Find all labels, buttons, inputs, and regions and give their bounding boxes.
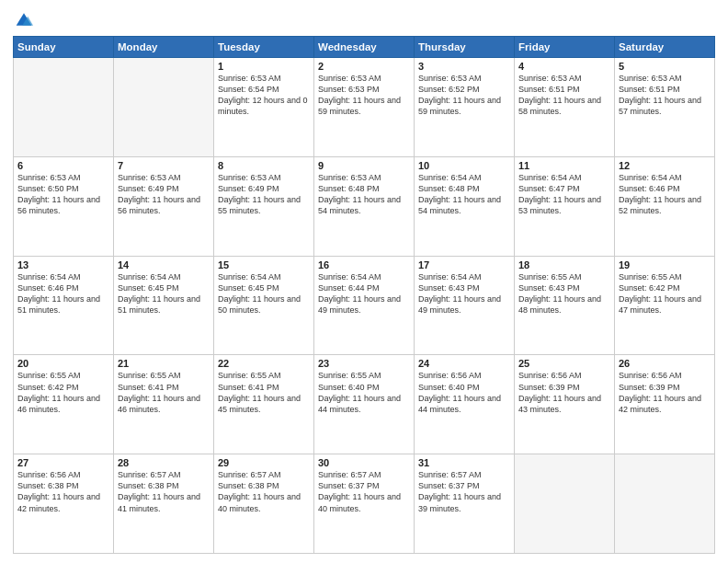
- day-number: 8: [218, 160, 310, 171]
- calendar-cell: 4Sunrise: 6:53 AM Sunset: 6:51 PM Daylig…: [515, 58, 615, 157]
- day-number: 14: [118, 259, 210, 270]
- calendar-cell: 21Sunrise: 6:55 AM Sunset: 6:41 PM Dayli…: [114, 355, 214, 454]
- day-info: Sunrise: 6:57 AM Sunset: 6:38 PM Dayligh…: [218, 469, 310, 514]
- day-number: 6: [17, 160, 109, 171]
- calendar-week-row: 13Sunrise: 6:54 AM Sunset: 6:46 PM Dayli…: [14, 256, 715, 355]
- calendar-cell: 15Sunrise: 6:54 AM Sunset: 6:45 PM Dayli…: [214, 256, 314, 355]
- calendar-cell: 10Sunrise: 6:54 AM Sunset: 6:48 PM Dayli…: [415, 156, 515, 256]
- calendar-cell: 27Sunrise: 6:56 AM Sunset: 6:38 PM Dayli…: [14, 454, 114, 554]
- calendar-cell: 31Sunrise: 6:57 AM Sunset: 6:37 PM Dayli…: [415, 454, 515, 554]
- day-number: 25: [518, 358, 610, 369]
- day-number: 18: [518, 259, 610, 270]
- calendar-cell: 19Sunrise: 6:55 AM Sunset: 6:42 PM Dayli…: [615, 256, 715, 355]
- day-info: Sunrise: 6:56 AM Sunset: 6:39 PM Dayligh…: [518, 370, 610, 415]
- day-of-week-header: Monday: [114, 37, 214, 58]
- calendar-week-row: 6Sunrise: 6:53 AM Sunset: 6:50 PM Daylig…: [14, 156, 715, 256]
- page: SundayMondayTuesdayWednesdayThursdayFrid…: [0, 0, 728, 563]
- day-number: 7: [118, 160, 210, 171]
- calendar-cell: 8Sunrise: 6:53 AM Sunset: 6:49 PM Daylig…: [214, 156, 314, 256]
- calendar-cell: [615, 454, 715, 554]
- day-info: Sunrise: 6:53 AM Sunset: 6:50 PM Dayligh…: [17, 172, 109, 217]
- calendar-body: 1Sunrise: 6:53 AM Sunset: 6:54 PM Daylig…: [14, 58, 715, 554]
- day-info: Sunrise: 6:57 AM Sunset: 6:38 PM Dayligh…: [118, 469, 210, 514]
- day-of-week-header: Wednesday: [314, 37, 415, 58]
- calendar-cell: [515, 454, 615, 554]
- day-number: 22: [218, 358, 310, 369]
- day-info: Sunrise: 6:54 AM Sunset: 6:46 PM Dayligh…: [17, 271, 109, 316]
- day-number: 30: [318, 457, 410, 468]
- day-number: 20: [17, 358, 109, 369]
- day-info: Sunrise: 6:54 AM Sunset: 6:45 PM Dayligh…: [218, 271, 310, 316]
- day-number: 28: [118, 457, 210, 468]
- day-info: Sunrise: 6:54 AM Sunset: 6:48 PM Dayligh…: [418, 172, 510, 217]
- day-info: Sunrise: 6:53 AM Sunset: 6:51 PM Dayligh…: [619, 73, 711, 118]
- day-info: Sunrise: 6:55 AM Sunset: 6:40 PM Dayligh…: [318, 370, 410, 415]
- calendar-cell: 26Sunrise: 6:56 AM Sunset: 6:39 PM Dayli…: [615, 355, 715, 454]
- day-of-week-header: Sunday: [14, 37, 114, 58]
- day-info: Sunrise: 6:57 AM Sunset: 6:37 PM Dayligh…: [318, 469, 410, 514]
- day-info: Sunrise: 6:54 AM Sunset: 6:46 PM Dayligh…: [619, 172, 711, 217]
- day-number: 29: [218, 457, 310, 468]
- day-info: Sunrise: 6:53 AM Sunset: 6:51 PM Dayligh…: [518, 73, 610, 118]
- calendar-cell: 12Sunrise: 6:54 AM Sunset: 6:46 PM Dayli…: [615, 156, 715, 256]
- calendar-cell: 13Sunrise: 6:54 AM Sunset: 6:46 PM Dayli…: [14, 256, 114, 355]
- header: [13, 9, 715, 29]
- day-of-week-header: Saturday: [615, 37, 715, 58]
- day-info: Sunrise: 6:56 AM Sunset: 6:38 PM Dayligh…: [17, 469, 109, 514]
- calendar-cell: 5Sunrise: 6:53 AM Sunset: 6:51 PM Daylig…: [615, 58, 715, 157]
- calendar-cell: [14, 58, 114, 157]
- day-of-week-row: SundayMondayTuesdayWednesdayThursdayFrid…: [14, 37, 715, 58]
- day-number: 4: [518, 61, 610, 72]
- calendar-week-row: 27Sunrise: 6:56 AM Sunset: 6:38 PM Dayli…: [14, 454, 715, 554]
- calendar-cell: 14Sunrise: 6:54 AM Sunset: 6:45 PM Dayli…: [114, 256, 214, 355]
- calendar-cell: 16Sunrise: 6:54 AM Sunset: 6:44 PM Dayli…: [314, 256, 415, 355]
- calendar: SundayMondayTuesdayWednesdayThursdayFrid…: [13, 36, 715, 554]
- day-number: 2: [318, 61, 410, 72]
- logo: [13, 9, 33, 29]
- calendar-cell: 23Sunrise: 6:55 AM Sunset: 6:40 PM Dayli…: [314, 355, 415, 454]
- calendar-week-row: 1Sunrise: 6:53 AM Sunset: 6:54 PM Daylig…: [14, 58, 715, 157]
- day-info: Sunrise: 6:53 AM Sunset: 6:54 PM Dayligh…: [218, 73, 310, 118]
- day-info: Sunrise: 6:54 AM Sunset: 6:45 PM Dayligh…: [118, 271, 210, 316]
- day-info: Sunrise: 6:54 AM Sunset: 6:47 PM Dayligh…: [518, 172, 610, 217]
- calendar-cell: [114, 58, 214, 157]
- calendar-cell: 25Sunrise: 6:56 AM Sunset: 6:39 PM Dayli…: [515, 355, 615, 454]
- day-info: Sunrise: 6:54 AM Sunset: 6:43 PM Dayligh…: [418, 271, 510, 316]
- calendar-cell: 24Sunrise: 6:56 AM Sunset: 6:40 PM Dayli…: [415, 355, 515, 454]
- calendar-cell: 1Sunrise: 6:53 AM Sunset: 6:54 PM Daylig…: [214, 58, 314, 157]
- day-number: 11: [518, 160, 610, 171]
- day-number: 23: [318, 358, 410, 369]
- day-number: 9: [318, 160, 410, 171]
- day-number: 12: [619, 160, 711, 171]
- day-number: 31: [418, 457, 510, 468]
- day-info: Sunrise: 6:56 AM Sunset: 6:39 PM Dayligh…: [619, 370, 711, 415]
- day-number: 10: [418, 160, 510, 171]
- calendar-cell: 28Sunrise: 6:57 AM Sunset: 6:38 PM Dayli…: [114, 454, 214, 554]
- day-of-week-header: Tuesday: [214, 37, 314, 58]
- calendar-cell: 20Sunrise: 6:55 AM Sunset: 6:42 PM Dayli…: [14, 355, 114, 454]
- day-info: Sunrise: 6:56 AM Sunset: 6:40 PM Dayligh…: [418, 370, 510, 415]
- day-info: Sunrise: 6:53 AM Sunset: 6:49 PM Dayligh…: [218, 172, 310, 217]
- day-number: 3: [418, 61, 510, 72]
- calendar-cell: 11Sunrise: 6:54 AM Sunset: 6:47 PM Dayli…: [515, 156, 615, 256]
- day-info: Sunrise: 6:55 AM Sunset: 6:42 PM Dayligh…: [619, 271, 711, 316]
- logo-icon: [15, 10, 33, 29]
- day-number: 16: [318, 259, 410, 270]
- day-number: 27: [17, 457, 109, 468]
- calendar-cell: 18Sunrise: 6:55 AM Sunset: 6:43 PM Dayli…: [515, 256, 615, 355]
- day-of-week-header: Thursday: [415, 37, 515, 58]
- day-info: Sunrise: 6:54 AM Sunset: 6:44 PM Dayligh…: [318, 271, 410, 316]
- calendar-cell: 29Sunrise: 6:57 AM Sunset: 6:38 PM Dayli…: [214, 454, 314, 554]
- calendar-cell: 30Sunrise: 6:57 AM Sunset: 6:37 PM Dayli…: [314, 454, 415, 554]
- day-number: 1: [218, 61, 310, 72]
- day-number: 19: [619, 259, 711, 270]
- day-number: 21: [118, 358, 210, 369]
- day-number: 24: [418, 358, 510, 369]
- day-number: 26: [619, 358, 711, 369]
- day-number: 15: [218, 259, 310, 270]
- day-number: 17: [418, 259, 510, 270]
- day-info: Sunrise: 6:55 AM Sunset: 6:41 PM Dayligh…: [118, 370, 210, 415]
- day-info: Sunrise: 6:53 AM Sunset: 6:49 PM Dayligh…: [118, 172, 210, 217]
- calendar-cell: 2Sunrise: 6:53 AM Sunset: 6:53 PM Daylig…: [314, 58, 415, 157]
- day-info: Sunrise: 6:55 AM Sunset: 6:42 PM Dayligh…: [17, 370, 109, 415]
